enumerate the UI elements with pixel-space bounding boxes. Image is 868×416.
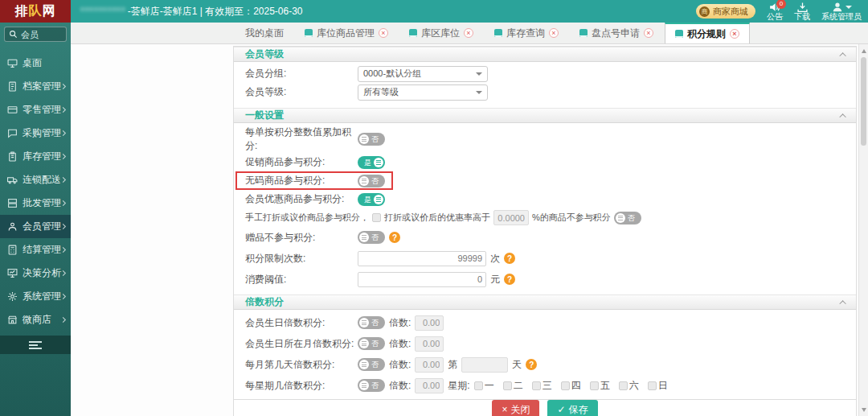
store-info: ********** -荟鲜店-荟鲜店1 | 有效期至：2025-06-30: [80, 0, 303, 23]
close-icon[interactable]: ×: [730, 29, 739, 39]
sidebar-item-analytics[interactable]: 决策分析: [0, 262, 71, 285]
tab-stocktake-request[interactable]: 盘点号申请×: [570, 23, 663, 43]
weekday-checkbox-wed[interactable]: [532, 381, 541, 390]
weekday-checkbox-thu[interactable]: [561, 381, 570, 390]
user-avatar-icon: [832, 2, 843, 12]
help-icon[interactable]: ?: [389, 232, 400, 243]
weekday-checkbox-fri[interactable]: [590, 381, 599, 390]
sidebar-search[interactable]: [4, 27, 67, 42]
weekday-checkbox-sun[interactable]: [648, 381, 657, 390]
weekday-checkbox-mon[interactable]: [474, 381, 483, 390]
close-button[interactable]: ×关闭: [492, 400, 539, 416]
toggle-knob: [374, 158, 383, 167]
day-of-month-multiplier-input[interactable]: [415, 357, 444, 373]
weekday-checkbox-sat[interactable]: [619, 381, 628, 390]
scrollbar-thumb[interactable]: [861, 57, 866, 146]
sidebar-item-chain-delivery[interactable]: 连锁配送: [0, 168, 71, 192]
sidebar-item-purchase[interactable]: 采购管理: [0, 122, 71, 145]
sidebar-item-microshop[interactable]: 微商店: [0, 308, 71, 332]
weekday-checkbox-tue[interactable]: [503, 381, 512, 390]
birthday-multiplier-toggle[interactable]: 否: [358, 316, 385, 329]
document-icon: [579, 29, 588, 37]
sidebar-item-members[interactable]: 会员管理: [0, 215, 71, 238]
points-limit-input[interactable]: [358, 251, 486, 266]
top-bar: 排队网 ********** -荟鲜店-荟鲜店1 | 有效期至：2025-06-…: [0, 0, 868, 23]
close-x-icon: ×: [502, 404, 507, 415]
collapse-icon[interactable]: [839, 52, 845, 59]
storefront-icon: [7, 315, 18, 325]
save-button[interactable]: ✓保存: [547, 400, 597, 416]
birthday-multiplier-input[interactable]: [415, 315, 444, 331]
mall-coin-icon: 商: [699, 6, 710, 17]
toggle-knob: [359, 134, 369, 144]
tab-zone-bin[interactable]: 库区库位×: [399, 23, 483, 43]
birthday-month-multiplier-toggle[interactable]: 否: [358, 337, 385, 350]
admin-user-menu[interactable]: 系统管理员: [821, 2, 862, 21]
help-icon[interactable]: ?: [504, 274, 515, 285]
row-birthday-multiplier: 会员生日倍数积分: 否 倍数:: [234, 312, 856, 333]
discount-rate-suffix: %的商品不参与积分: [532, 212, 611, 224]
app-logo: 排队网: [15, 3, 56, 20]
sidebar-item-retail[interactable]: 零售管理: [0, 98, 71, 122]
sidebar-collapse-button[interactable]: [0, 336, 71, 354]
merchant-mall-button[interactable]: 商 商家商城: [696, 4, 755, 19]
sidebar-item-archives[interactable]: 档案管理: [0, 75, 71, 98]
row-member-discount-goods: 会员优惠商品参与积分: 是: [234, 190, 856, 208]
row-no-barcode-goods: 无码商品参与积分: 否: [234, 171, 856, 190]
logo-block: 排队网: [0, 0, 71, 23]
tab-bin-product-mgmt[interactable]: 库位商品管理×: [295, 23, 398, 43]
round-points-toggle[interactable]: 否: [358, 133, 385, 146]
day-of-month-multiplier-toggle[interactable]: 否: [358, 358, 385, 371]
chevron-right-icon: [60, 107, 66, 113]
day-of-month-input[interactable]: [461, 357, 508, 373]
vertical-scrollbar[interactable]: [858, 44, 868, 416]
discount-rate-input[interactable]: [493, 210, 529, 225]
sidebar-item-desktop[interactable]: 桌面: [0, 51, 71, 75]
calculator-icon: [7, 245, 18, 255]
close-icon[interactable]: ×: [379, 28, 388, 38]
toggle-knob: [359, 318, 369, 327]
chart-board-icon: [7, 268, 18, 278]
close-icon[interactable]: ×: [549, 28, 559, 38]
search-input[interactable]: [21, 30, 59, 39]
gift-no-points-toggle[interactable]: 否: [358, 231, 385, 244]
weekday-multiplier-input[interactable]: [415, 378, 444, 393]
chevron-right-icon: [60, 270, 66, 276]
member-group-select[interactable]: 0000-默认分组: [358, 66, 488, 82]
help-icon[interactable]: ?: [504, 253, 515, 264]
spend-threshold-input[interactable]: [358, 272, 486, 287]
tab-stock-query[interactable]: 库存查询×: [485, 23, 568, 43]
download-button[interactable]: 下载: [794, 2, 810, 21]
discount-rate-checkbox[interactable]: [372, 213, 381, 222]
help-icon[interactable]: ?: [526, 359, 537, 370]
birthday-month-multiplier-input[interactable]: [415, 336, 444, 352]
promo-goods-toggle[interactable]: 是: [358, 156, 385, 169]
tab-points-rules[interactable]: 积分规则×: [665, 23, 750, 43]
row-day-of-month-multiplier: 每月第几天倍数积分: 否 倍数: 第 天 ?: [234, 354, 856, 375]
sidebar-nav: 桌面 档案管理 零售管理 采购管理 库存管理 连锁配送: [0, 51, 71, 332]
collapse-icon[interactable]: [839, 300, 845, 307]
sidebar-item-inventory[interactable]: 库存管理: [0, 145, 71, 168]
member-level-select[interactable]: 所有等级: [358, 84, 488, 101]
tab-my-desktop[interactable]: 我的桌面: [235, 23, 293, 43]
archive-icon: [7, 81, 18, 92]
section-header-multiplier: 倍数积分: [234, 294, 856, 310]
footer-actions: ×关闭 ✓保存: [234, 399, 856, 416]
row-member-group: 会员分组: 0000-默认分组: [234, 64, 856, 83]
toggle-knob: [359, 360, 369, 369]
announcements-button[interactable]: 0 公告: [767, 2, 783, 21]
weekday-multiplier-toggle[interactable]: 否: [358, 379, 385, 392]
sidebar-item-wholesale[interactable]: 批发管理: [0, 192, 71, 215]
scroll-up-arrow[interactable]: [859, 46, 868, 56]
scroll-down-arrow[interactable]: [859, 405, 868, 414]
close-icon[interactable]: ×: [464, 28, 473, 38]
member-discount-goods-toggle[interactable]: 是: [358, 193, 385, 206]
download-icon: [797, 2, 808, 12]
close-icon[interactable]: ×: [644, 28, 653, 38]
collapse-icon[interactable]: [839, 113, 845, 120]
sidebar-item-settlement[interactable]: 结算管理: [0, 238, 71, 262]
no-barcode-goods-toggle[interactable]: 否: [358, 175, 385, 187]
manual-discount-toggle[interactable]: 否: [614, 212, 641, 224]
sidebar-item-system[interactable]: 系统管理: [0, 285, 71, 308]
store-name-and-expiry: -荟鲜店-荟鲜店1 | 有效期至：2025-06-30: [128, 5, 303, 19]
